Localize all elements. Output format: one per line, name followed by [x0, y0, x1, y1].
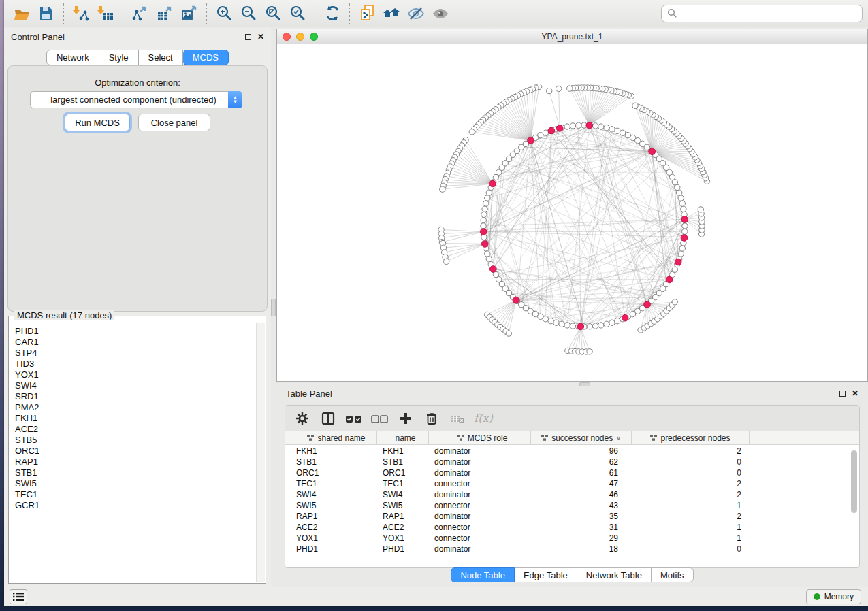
cell-successor-nodes[interactable]: 96: [531, 446, 632, 456]
cell-predecessor-nodes[interactable]: 0: [632, 468, 750, 478]
float-panel-icon[interactable]: [245, 34, 251, 40]
column-header-name[interactable]: name: [377, 431, 429, 444]
cell-name[interactable]: YOX1: [377, 533, 429, 543]
zoom-fit-icon[interactable]: [261, 2, 285, 25]
save-session-icon[interactable]: [34, 2, 59, 25]
table-row[interactable]: PHD1 PHD1 dominator 18 0: [285, 544, 850, 555]
close-panel-button[interactable]: Close panel: [138, 114, 210, 131]
cell-predecessor-nodes[interactable]: 1: [632, 533, 750, 543]
tab-mcds[interactable]: MCDS: [183, 50, 229, 65]
table-row[interactable]: SWI4 SWI4 dominator 46 2: [285, 489, 850, 500]
task-history-button[interactable]: [10, 589, 27, 604]
table-row[interactable]: TEC1 TEC1 connector 47 2: [285, 478, 850, 489]
export-image-icon[interactable]: [177, 2, 202, 25]
mcds-result-item[interactable]: PMA2: [15, 402, 256, 413]
import-table-icon[interactable]: [93, 2, 118, 25]
network-graph[interactable]: [277, 44, 867, 380]
mcds-result-item[interactable]: STB1: [15, 467, 256, 478]
mcds-list-scrollbar[interactable]: [256, 323, 265, 582]
cell-mcds-role[interactable]: dominator: [429, 457, 531, 467]
table-row[interactable]: STB1 STB1 dominator 62 0: [285, 457, 850, 467]
network-window-titlebar[interactable]: YPA_prune.txt_1: [277, 29, 867, 44]
search-input[interactable]: [677, 9, 856, 18]
clone-network-icon[interactable]: [355, 2, 379, 25]
table-row[interactable]: RAP1 RAP1 dominator 35 2: [285, 511, 850, 522]
cell-shared-name[interactable]: TEC1: [285, 479, 377, 489]
cell-name[interactable]: TEC1: [377, 479, 429, 489]
export-network-icon[interactable]: [128, 2, 152, 25]
column-layout-icon[interactable]: [315, 407, 341, 430]
zoom-selected-icon[interactable]: [285, 2, 310, 25]
cell-predecessor-nodes[interactable]: 0: [632, 544, 750, 554]
refresh-view-icon[interactable]: [320, 2, 344, 25]
zoom-in-icon[interactable]: [212, 2, 236, 25]
mcds-result-item[interactable]: GCR1: [15, 500, 256, 511]
mcds-result-item[interactable]: SWI4: [15, 380, 256, 391]
sort-chevron-icon[interactable]: ∨: [616, 435, 621, 442]
mcds-result-item[interactable]: YOX1: [15, 369, 256, 380]
tab-node-table[interactable]: Node Table: [451, 567, 515, 582]
cell-mcds-role[interactable]: dominator: [429, 544, 531, 554]
cell-name[interactable]: ACE2: [377, 523, 429, 532]
zoom-out-icon[interactable]: [236, 2, 261, 25]
cell-mcds-role[interactable]: connector: [429, 523, 531, 532]
cell-predecessor-nodes[interactable]: 2: [632, 446, 750, 456]
cell-mcds-role[interactable]: connector: [429, 501, 531, 510]
tab-style[interactable]: Style: [99, 50, 139, 65]
function-builder-icon[interactable]: f(x): [470, 407, 496, 430]
table-row[interactable]: FKH1 FKH1 dominator 96 2: [285, 446, 850, 457]
cell-name[interactable]: STB1: [377, 457, 429, 467]
cell-mcds-role[interactable]: connector: [429, 479, 531, 489]
cell-successor-nodes[interactable]: 47: [531, 479, 632, 489]
cell-shared-name[interactable]: FKH1: [285, 446, 377, 456]
cell-mcds-role[interactable]: dominator: [429, 490, 531, 499]
delete-table-icon[interactable]: [445, 407, 470, 430]
optimization-criterion-select[interactable]: largest connected component (undirected)…: [30, 91, 242, 108]
mcds-result-item[interactable]: ORC1: [15, 446, 256, 457]
close-panel-icon[interactable]: ✕: [257, 33, 264, 41]
tab-motifs[interactable]: Motifs: [652, 567, 694, 582]
import-network-icon[interactable]: [69, 2, 93, 25]
cell-shared-name[interactable]: YOX1: [285, 533, 377, 543]
delete-column-icon[interactable]: [419, 407, 445, 430]
tab-edge-table[interactable]: Edge Table: [515, 567, 577, 582]
mcds-result-item[interactable]: RAP1: [15, 457, 256, 467]
cell-predecessor-nodes[interactable]: 0: [632, 457, 750, 467]
mcds-result-item[interactable]: ACE2: [15, 424, 256, 435]
cell-shared-name[interactable]: SWI5: [285, 501, 377, 510]
cell-name[interactable]: FKH1: [377, 446, 429, 456]
column-header-shared-name[interactable]: shared name: [285, 431, 377, 444]
cell-successor-nodes[interactable]: 43: [531, 501, 632, 510]
memory-button[interactable]: Memory: [806, 589, 861, 604]
cell-name[interactable]: RAP1: [377, 512, 429, 521]
cell-predecessor-nodes[interactable]: 2: [632, 490, 750, 499]
mcds-result-list[interactable]: PHD1CAR1STP4TID3YOX1SWI4SRD1PMA2FKH1ACE2…: [10, 323, 256, 582]
close-table-panel-icon[interactable]: ✕: [852, 389, 858, 397]
float-table-panel-icon[interactable]: [839, 391, 846, 397]
export-table-icon[interactable]: [152, 2, 177, 25]
table-row[interactable]: ACE2 ACE2 connector 31 1: [285, 522, 850, 533]
cell-successor-nodes[interactable]: 61: [531, 468, 632, 478]
cell-name[interactable]: PHD1: [377, 544, 429, 554]
cell-name[interactable]: SWI4: [377, 490, 429, 499]
show-graphics-icon[interactable]: [428, 2, 453, 25]
column-header-predecessor-nodes[interactable]: predecessor nodes: [632, 431, 750, 444]
deselect-all-checkboxes-icon[interactable]: [367, 407, 393, 430]
table-row[interactable]: SWI5 SWI5 connector 43 1: [285, 500, 850, 511]
cell-shared-name[interactable]: SWI4: [285, 490, 377, 499]
network-canvas[interactable]: [277, 44, 867, 381]
cell-shared-name[interactable]: STB1: [285, 457, 377, 467]
mcds-result-item[interactable]: STP4: [15, 348, 256, 359]
cell-predecessor-nodes[interactable]: 2: [632, 479, 750, 489]
table-settings-icon[interactable]: [289, 407, 315, 430]
hide-panels-icon[interactable]: [404, 2, 428, 25]
cell-successor-nodes[interactable]: 18: [531, 544, 632, 554]
cell-shared-name[interactable]: RAP1: [285, 512, 377, 521]
table-scrollbar-thumb[interactable]: [851, 450, 857, 513]
search-field[interactable]: [661, 5, 863, 22]
mcds-result-item[interactable]: TID3: [15, 359, 256, 369]
cell-predecessor-nodes[interactable]: 2: [632, 512, 750, 521]
run-mcds-button[interactable]: Run MCDS: [65, 114, 130, 131]
cell-successor-nodes[interactable]: 31: [531, 523, 632, 532]
cell-mcds-role[interactable]: connector: [429, 533, 531, 543]
